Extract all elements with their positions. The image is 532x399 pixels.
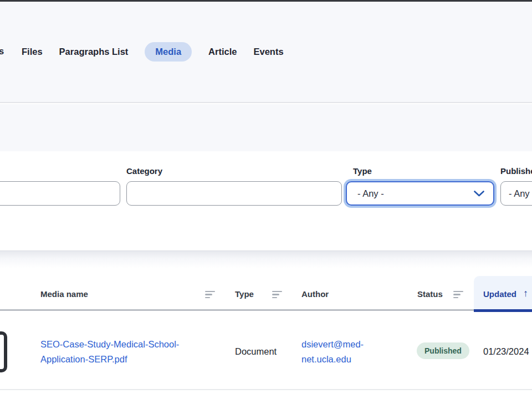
subheader-band	[0, 104, 532, 151]
column-header-author[interactable]: Author	[301, 289, 329, 299]
sort-icon[interactable]	[272, 291, 283, 298]
status-badge: Published	[417, 342, 469, 359]
category-input[interactable]	[126, 181, 342, 206]
filter-input-left[interactable]	[0, 181, 120, 206]
column-header-media-name[interactable]: Media name	[40, 289, 88, 299]
arrow-up-icon: ↑	[523, 288, 528, 299]
tab-bar: Files Paragraphs List Media Article Even…	[22, 41, 284, 62]
sort-icon[interactable]	[453, 291, 464, 298]
document-icon	[0, 331, 7, 372]
updated-header-label: Updated	[483, 289, 516, 299]
column-header-updated[interactable]: Updated ↑	[474, 276, 532, 309]
tab-article[interactable]: Article	[208, 47, 237, 57]
column-header-status[interactable]: Status	[417, 289, 443, 299]
header-divider	[0, 309, 474, 311]
media-name-link[interactable]: SEO-Case-Study-Medical-School-Applicatio…	[40, 337, 207, 366]
published-label: Published	[500, 166, 532, 176]
tab-files[interactable]: Files	[22, 47, 43, 57]
header-divider-active	[474, 309, 532, 312]
author-link[interactable]: dsievert@med-net.ucla.edu	[301, 337, 379, 366]
table-top-shadow	[0, 250, 532, 268]
type-select[interactable]: - Any -	[346, 181, 494, 206]
tab-media[interactable]: Media	[145, 42, 192, 62]
published-select-value: - Any -	[509, 188, 532, 199]
category-label: Category	[126, 166, 162, 176]
row-divider	[0, 389, 532, 390]
type-label: Type	[353, 166, 372, 176]
tab-cutoff[interactable]: s	[0, 46, 4, 57]
tab-paragraphs-list[interactable]: Paragraphs List	[59, 47, 129, 57]
tab-events[interactable]: Events	[253, 47, 283, 57]
media-type-cell: Document	[235, 346, 277, 357]
sort-icon[interactable]	[205, 291, 216, 298]
type-select-value: - Any -	[357, 188, 384, 199]
chevron-down-icon	[474, 191, 484, 197]
updated-date-cell: 01/23/2024	[483, 346, 529, 357]
published-select[interactable]: - Any -	[500, 181, 532, 206]
column-header-type[interactable]: Type	[235, 289, 254, 299]
